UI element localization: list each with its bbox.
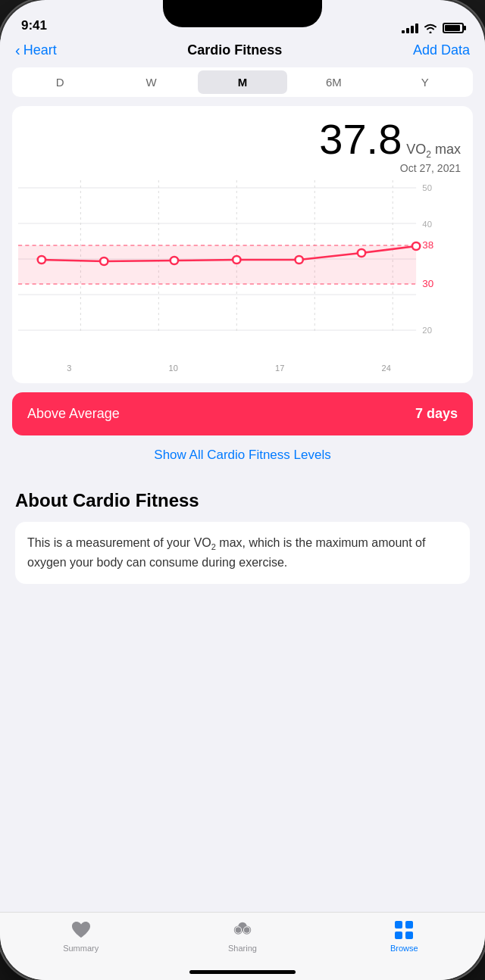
phone-frame: 9:41 ‹ (0, 0, 485, 980)
svg-point-15 (171, 257, 178, 264)
chart-svg: 38 30 50 40 20 (18, 180, 440, 354)
status-icons (402, 23, 464, 33)
value-unit: VO2 max (406, 142, 461, 160)
period-btn-d[interactable]: D (15, 70, 105, 94)
about-section: About Cardio Fitness This is a measureme… (0, 475, 485, 593)
svg-rect-34 (395, 932, 402, 939)
svg-point-17 (296, 256, 303, 264)
svg-rect-32 (395, 921, 402, 929)
chart-card: 37.8 VO2 max Oct 27, 2021 (12, 106, 473, 383)
browse-icon (393, 920, 415, 940)
x-label-17: 17 (275, 364, 284, 373)
svg-point-29 (236, 927, 242, 933)
back-label: Heart (23, 42, 57, 58)
period-btn-w[interactable]: W (106, 70, 196, 94)
period-btn-m[interactable]: M (198, 70, 287, 94)
tab-summary[interactable]: Summary (51, 920, 111, 953)
period-btn-6m[interactable]: 6M (289, 70, 378, 94)
above-avg-label: Above Average (27, 406, 120, 422)
signal-icon (402, 23, 418, 33)
about-title: About Cardio Fitness (15, 490, 470, 511)
x-label-3: 3 (67, 364, 71, 373)
above-avg-value: 7 days (415, 406, 458, 422)
main-value: 37.8 (319, 118, 402, 161)
chevron-left-icon: ‹ (15, 42, 20, 58)
tab-browse-label: Browse (390, 944, 418, 953)
wifi-icon (424, 23, 437, 33)
value-display: 37.8 VO2 max Oct 27, 2021 (12, 106, 473, 180)
svg-point-31 (244, 927, 250, 933)
x-label-24: 24 (382, 364, 391, 373)
tab-sharing[interactable]: Sharing (212, 920, 273, 953)
svg-point-19 (412, 242, 420, 250)
svg-text:38: 38 (422, 239, 433, 251)
nav-header: ‹ Heart Cardio Fitness Add Data (0, 39, 485, 67)
svg-text:20: 20 (422, 326, 432, 335)
about-text: This is a measurement of your VO2 max, w… (27, 534, 458, 572)
period-selector: D W M 6M Y (12, 67, 473, 97)
notch (163, 0, 322, 27)
x-axis: 3 10 17 24 (18, 360, 440, 373)
sharing-icon (231, 920, 254, 940)
svg-rect-10 (18, 245, 416, 284)
svg-rect-35 (405, 932, 413, 939)
status-time: 9:41 (21, 18, 47, 33)
page-title: Cardio Fitness (187, 42, 282, 58)
chart-wrapper: 38 30 50 40 20 3 10 17 24 (18, 180, 467, 377)
chart-container: 38 30 50 40 20 3 10 17 24 (12, 180, 473, 383)
period-btn-y[interactable]: Y (380, 70, 470, 94)
heart-icon (70, 920, 92, 940)
tab-summary-label: Summary (63, 944, 99, 953)
svg-text:30: 30 (422, 278, 433, 289)
home-indicator (189, 970, 296, 974)
x-label-10: 10 (169, 364, 178, 373)
show-all-link[interactable]: Show All Cardio Fitness Levels (0, 435, 485, 475)
add-data-button[interactable]: Add Data (413, 42, 470, 58)
about-card: This is a measurement of your VO2 max, w… (15, 522, 470, 584)
phone-screen: 9:41 ‹ (0, 0, 485, 980)
svg-point-14 (100, 257, 108, 265)
svg-point-13 (38, 256, 45, 264)
tab-sharing-label: Sharing (228, 944, 257, 953)
svg-point-16 (233, 256, 240, 264)
battery-icon (443, 23, 464, 33)
svg-point-18 (358, 249, 365, 257)
tab-browse[interactable]: Browse (374, 920, 434, 953)
svg-rect-33 (405, 921, 413, 929)
svg-text:50: 50 (422, 183, 432, 192)
svg-text:40: 40 (422, 220, 432, 229)
back-button[interactable]: ‹ Heart (15, 42, 57, 58)
above-average-card[interactable]: Above Average 7 days (12, 392, 473, 435)
value-date: Oct 27, 2021 (400, 162, 461, 174)
